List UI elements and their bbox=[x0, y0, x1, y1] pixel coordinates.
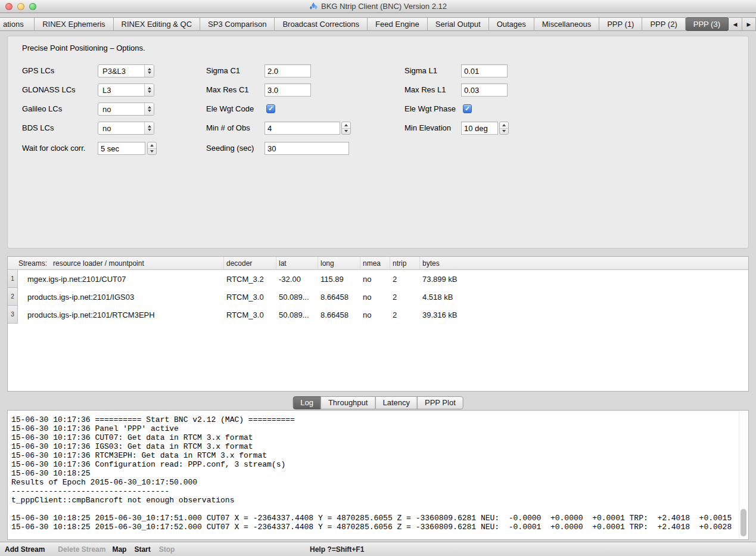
log-line: 15-06-30 10:17:36 CUT07: Get data in RTC… bbox=[11, 433, 736, 442]
log-line: 15-06-30 10:17:36 RTCM3EPH: Get data in … bbox=[11, 451, 736, 460]
row-number[interactable]: 1 bbox=[8, 270, 18, 288]
step-up-icon[interactable] bbox=[342, 122, 350, 129]
cell-ntrip: 2 bbox=[390, 288, 420, 306]
log-line: 15-06-30 10:17:36 Configuration read: PP… bbox=[11, 460, 736, 469]
step-down-icon[interactable] bbox=[148, 149, 156, 155]
tab-latency[interactable]: Latency bbox=[375, 396, 418, 409]
bds-lcs-value: no bbox=[102, 124, 111, 133]
map-button[interactable]: Map bbox=[112, 545, 126, 554]
gps-lcs-select[interactable]: P3&L3 bbox=[98, 64, 154, 77]
log-tab-bar: Log Throughput Latency PPP Plot bbox=[293, 396, 463, 409]
tab-rinex-ephemeris[interactable]: RINEX Ephemeris bbox=[35, 17, 113, 31]
minimize-button[interactable] bbox=[17, 3, 24, 10]
tab-scroll-right-button[interactable]: ▶ bbox=[742, 17, 756, 31]
ele-wgt-code-checkbox[interactable]: ✓ bbox=[266, 104, 275, 113]
panel-title: Precise Point Positioning – Options. bbox=[22, 44, 145, 52]
streams-header-row: Streams: resource loader / mountpoint de… bbox=[8, 257, 748, 270]
ppp-options-panel: Precise Point Positioning – Options. GPS… bbox=[7, 36, 749, 249]
log-line: t_pppClient::cmpBancroft not enough obse… bbox=[11, 496, 736, 505]
sigma-l1-field[interactable] bbox=[461, 64, 508, 77]
cell-nmea: no bbox=[360, 288, 390, 306]
cell-mountpoint: products.igs-ip.net:2101/RTCM3EPH bbox=[18, 306, 224, 324]
row-number[interactable]: 2 bbox=[8, 288, 18, 306]
tab-scroll-left-button[interactable]: ◀ bbox=[729, 17, 742, 31]
scrollbar-thumb[interactable] bbox=[741, 509, 746, 536]
tab-ations[interactable]: ations bbox=[0, 17, 35, 31]
min-elevation-field[interactable] bbox=[461, 122, 498, 135]
min-obs-field[interactable] bbox=[265, 122, 340, 135]
add-stream-button[interactable]: Add Stream bbox=[5, 545, 45, 554]
glonass-lcs-select[interactable]: L3 bbox=[98, 83, 154, 97]
tab-sp3-comparison[interactable]: SP3 Comparison bbox=[200, 17, 275, 31]
tab-miscellaneous[interactable]: Miscellaneous bbox=[534, 17, 599, 31]
tab-outages[interactable]: Outages bbox=[489, 17, 534, 31]
seeding-field[interactable] bbox=[265, 142, 349, 155]
cell-ntrip: 2 bbox=[390, 306, 420, 324]
window-title: BKG Ntrip Client (BNC) Version 2.12 bbox=[321, 2, 447, 11]
col-header-lat: lat bbox=[276, 257, 318, 269]
close-button[interactable] bbox=[5, 3, 13, 10]
bds-lcs-select[interactable]: no bbox=[98, 122, 154, 135]
app-icon bbox=[309, 2, 318, 11]
row-number[interactable]: 3 bbox=[8, 306, 18, 324]
cell-decoder: RTCM_3.0 bbox=[224, 306, 276, 324]
cell-mountpoint: products.igs-ip.net:2101/IGS03 bbox=[18, 288, 224, 306]
tab-throughput[interactable]: Throughput bbox=[321, 396, 376, 409]
max-res-c1-field[interactable] bbox=[265, 83, 311, 97]
log-line: ---------------------------------- bbox=[11, 487, 736, 496]
chevron-updown-icon bbox=[144, 103, 154, 115]
cell-decoder: RTCM_3.2 bbox=[224, 270, 276, 288]
cell-long: 8.66458 bbox=[318, 306, 360, 324]
tab-ppp-3[interactable]: PPP (3) bbox=[686, 17, 729, 31]
log-output[interactable]: 15-06-30 10:17:36 ========== Start BNC v… bbox=[7, 410, 749, 540]
col-header-decoder: decoder bbox=[224, 257, 276, 269]
col-header-ntrip: ntrip bbox=[390, 257, 420, 269]
sigma-l1-label: Sigma L1 bbox=[405, 64, 437, 77]
start-button[interactable]: Start bbox=[134, 545, 150, 554]
max-res-l1-field[interactable] bbox=[461, 83, 508, 97]
wait-clock-field[interactable] bbox=[98, 142, 145, 155]
title-bar: BKG Ntrip Client (BNC) Version 2.12 bbox=[0, 0, 756, 13]
tab-ppp-1[interactable]: PPP (1) bbox=[599, 17, 642, 31]
cell-decoder: RTCM_3.0 bbox=[224, 288, 276, 306]
galileo-lcs-select[interactable]: no bbox=[98, 102, 154, 116]
step-up-icon[interactable] bbox=[500, 122, 508, 129]
scroll-right-icon: ▶ bbox=[747, 21, 751, 27]
ele-wgt-phase-checkbox[interactable]: ✓ bbox=[463, 104, 472, 113]
checkmark-icon: ✓ bbox=[465, 105, 470, 113]
table-row[interactable]: 3 products.igs-ip.net:2101/RTCM3EPH RTCM… bbox=[8, 306, 748, 324]
tab-ppp-2[interactable]: PPP (2) bbox=[642, 17, 685, 31]
max-res-c1-label: Max Res C1 bbox=[206, 83, 249, 97]
scroll-left-icon: ◀ bbox=[733, 21, 738, 27]
cell-ntrip: 2 bbox=[390, 270, 420, 288]
log-line: 15-06-30 10:17:36 ========== Start BNC v… bbox=[11, 415, 736, 424]
cell-bytes: 4.518 kB bbox=[420, 288, 748, 306]
table-row[interactable]: 2 products.igs-ip.net:2101/IGS03 RTCM_3.… bbox=[8, 288, 748, 306]
zoom-button[interactable] bbox=[29, 3, 36, 10]
log-line: 15-06-30 10:17:36 IGS03: Get data in RTC… bbox=[11, 442, 736, 451]
chevron-updown-icon bbox=[144, 65, 154, 77]
main-tab-bar: ations RINEX Ephemeris RINEX Editing & Q… bbox=[0, 17, 756, 31]
table-row[interactable]: 1 mgex.igs-ip.net:2101/CUT07 RTCM_3.2 -3… bbox=[8, 270, 748, 288]
tab-log[interactable]: Log bbox=[293, 396, 321, 409]
cell-lat: -32.00 bbox=[276, 270, 318, 288]
help-shortcut-label: Help ?=Shift+F1 bbox=[310, 545, 364, 554]
col-header-long: long bbox=[318, 257, 360, 269]
step-down-icon[interactable] bbox=[342, 129, 350, 135]
sigma-c1-field[interactable] bbox=[265, 64, 311, 77]
vertical-scrollbar[interactable] bbox=[739, 411, 748, 539]
log-line: 15-06-30 10:18:25 bbox=[11, 469, 736, 478]
min-elevation-stepper[interactable] bbox=[499, 122, 509, 135]
tab-rinex-editing-qc[interactable]: RINEX Editing & QC bbox=[114, 17, 201, 31]
cell-nmea: no bbox=[360, 270, 390, 288]
tab-broadcast-corrections[interactable]: Broadcast Corrections bbox=[275, 17, 368, 31]
tab-feed-engine[interactable]: Feed Engine bbox=[368, 17, 428, 31]
gps-lcs-value: P3&L3 bbox=[102, 67, 126, 76]
min-obs-stepper[interactable] bbox=[341, 122, 351, 135]
wait-clock-stepper[interactable] bbox=[147, 142, 157, 155]
tab-serial-output[interactable]: Serial Output bbox=[428, 17, 489, 31]
tab-ppp-plot[interactable]: PPP Plot bbox=[417, 396, 463, 409]
step-up-icon[interactable] bbox=[148, 142, 156, 149]
step-down-icon[interactable] bbox=[500, 129, 508, 135]
cell-bytes: 39.316 kB bbox=[420, 306, 748, 324]
